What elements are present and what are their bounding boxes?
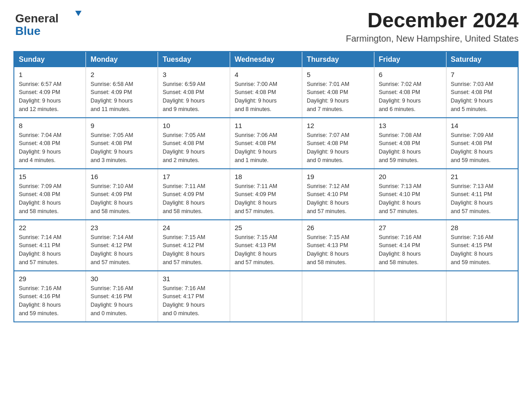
day-cell-11: 11Sunrise: 7:06 AM Sunset: 4:08 PM Dayli… — [230, 118, 302, 169]
day-info: Sunrise: 7:15 AM Sunset: 4:13 PM Dayligh… — [235, 233, 297, 267]
day-info: Sunrise: 7:01 AM Sunset: 4:08 PM Dayligh… — [307, 80, 369, 114]
day-cell-22: 22Sunrise: 7:14 AM Sunset: 4:11 PM Dayli… — [14, 220, 86, 271]
day-info: Sunrise: 7:16 AM Sunset: 4:16 PM Dayligh… — [90, 284, 153, 318]
day-number: 26 — [307, 224, 369, 231]
day-cell-20: 20Sunrise: 7:13 AM Sunset: 4:10 PM Dayli… — [374, 169, 446, 220]
logo: General Blue — [13, 9, 85, 38]
month-title: December 2024 — [346, 9, 519, 32]
day-number: 27 — [379, 224, 442, 231]
day-info: Sunrise: 7:16 AM Sunset: 4:17 PM Dayligh… — [163, 284, 225, 318]
title-area: December 2024 Farmington, New Hampshire,… — [346, 9, 519, 44]
logo-svg: General Blue — [13, 9, 85, 38]
day-info: Sunrise: 7:16 AM Sunset: 4:16 PM Dayligh… — [19, 284, 81, 318]
day-cell-23: 23Sunrise: 7:14 AM Sunset: 4:12 PM Dayli… — [86, 220, 158, 271]
day-header-saturday: Saturday — [446, 51, 518, 67]
day-number: 10 — [163, 122, 225, 129]
day-number: 29 — [19, 275, 81, 283]
day-number: 24 — [163, 224, 225, 231]
day-cell-21: 21Sunrise: 7:13 AM Sunset: 4:11 PM Dayli… — [446, 169, 518, 220]
day-number: 25 — [235, 224, 297, 231]
empty-cell — [374, 271, 446, 322]
day-number: 9 — [90, 122, 153, 129]
day-number: 19 — [307, 173, 369, 180]
day-info: Sunrise: 7:14 AM Sunset: 4:12 PM Dayligh… — [90, 233, 153, 267]
day-cell-29: 29Sunrise: 7:16 AM Sunset: 4:16 PM Dayli… — [14, 271, 86, 322]
day-info: Sunrise: 7:13 AM Sunset: 4:10 PM Dayligh… — [379, 182, 442, 216]
day-info: Sunrise: 7:14 AM Sunset: 4:11 PM Dayligh… — [19, 233, 81, 267]
day-info: Sunrise: 7:06 AM Sunset: 4:08 PM Dayligh… — [235, 131, 297, 165]
day-number: 1 — [19, 71, 81, 78]
day-cell-25: 25Sunrise: 7:15 AM Sunset: 4:13 PM Dayli… — [230, 220, 302, 271]
day-header-friday: Friday — [374, 51, 446, 67]
day-number: 11 — [235, 122, 297, 129]
day-cell-30: 30Sunrise: 7:16 AM Sunset: 4:16 PM Dayli… — [86, 271, 158, 322]
day-cell-24: 24Sunrise: 7:15 AM Sunset: 4:12 PM Dayli… — [158, 220, 230, 271]
day-number: 16 — [90, 173, 153, 180]
day-cell-13: 13Sunrise: 7:08 AM Sunset: 4:08 PM Dayli… — [374, 118, 446, 169]
day-number: 5 — [307, 71, 369, 78]
day-header-monday: Monday — [86, 51, 158, 67]
day-cell-27: 27Sunrise: 7:16 AM Sunset: 4:14 PM Dayli… — [374, 220, 446, 271]
day-number: 30 — [90, 275, 153, 283]
day-cell-12: 12Sunrise: 7:07 AM Sunset: 4:08 PM Dayli… — [302, 118, 374, 169]
day-cell-31: 31Sunrise: 7:16 AM Sunset: 4:17 PM Dayli… — [158, 271, 230, 322]
day-cell-16: 16Sunrise: 7:10 AM Sunset: 4:09 PM Dayli… — [86, 169, 158, 220]
day-cell-18: 18Sunrise: 7:11 AM Sunset: 4:09 PM Dayli… — [230, 169, 302, 220]
day-number: 21 — [451, 173, 513, 180]
svg-marker-1 — [75, 11, 82, 16]
day-header-tuesday: Tuesday — [158, 51, 230, 67]
day-number: 17 — [163, 173, 225, 180]
day-number: 20 — [379, 173, 442, 180]
day-info: Sunrise: 6:58 AM Sunset: 4:09 PM Dayligh… — [90, 80, 153, 114]
day-info: Sunrise: 7:15 AM Sunset: 4:12 PM Dayligh… — [163, 233, 225, 267]
calendar-table: SundayMondayTuesdayWednesdayThursdayFrid… — [13, 51, 519, 322]
location-subtitle: Farmington, New Hampshire, United States — [346, 34, 519, 44]
day-info: Sunrise: 7:10 AM Sunset: 4:09 PM Dayligh… — [90, 182, 153, 216]
svg-text:Blue: Blue — [15, 24, 40, 38]
day-info: Sunrise: 7:03 AM Sunset: 4:08 PM Dayligh… — [451, 80, 513, 114]
day-info: Sunrise: 7:04 AM Sunset: 4:08 PM Dayligh… — [19, 131, 81, 165]
day-cell-3: 3Sunrise: 6:59 AM Sunset: 4:08 PM Daylig… — [158, 67, 230, 118]
day-cell-9: 9Sunrise: 7:05 AM Sunset: 4:08 PM Daylig… — [86, 118, 158, 169]
week-row-3: 15Sunrise: 7:09 AM Sunset: 4:08 PM Dayli… — [14, 169, 518, 220]
day-info: Sunrise: 7:11 AM Sunset: 4:09 PM Dayligh… — [163, 182, 225, 216]
day-header-wednesday: Wednesday — [230, 51, 302, 67]
day-number: 23 — [90, 224, 153, 231]
empty-cell — [446, 271, 518, 322]
day-cell-19: 19Sunrise: 7:12 AM Sunset: 4:10 PM Dayli… — [302, 169, 374, 220]
week-row-4: 22Sunrise: 7:14 AM Sunset: 4:11 PM Dayli… — [14, 220, 518, 271]
day-cell-2: 2Sunrise: 6:58 AM Sunset: 4:09 PM Daylig… — [86, 67, 158, 118]
day-number: 12 — [307, 122, 369, 129]
day-info: Sunrise: 7:16 AM Sunset: 4:15 PM Dayligh… — [451, 233, 513, 267]
day-number: 13 — [379, 122, 442, 129]
day-info: Sunrise: 6:57 AM Sunset: 4:09 PM Dayligh… — [19, 80, 81, 114]
day-info: Sunrise: 7:12 AM Sunset: 4:10 PM Dayligh… — [307, 182, 369, 216]
day-info: Sunrise: 7:15 AM Sunset: 4:13 PM Dayligh… — [307, 233, 369, 267]
week-row-5: 29Sunrise: 7:16 AM Sunset: 4:16 PM Dayli… — [14, 271, 518, 322]
day-info: Sunrise: 7:05 AM Sunset: 4:08 PM Dayligh… — [90, 131, 153, 165]
day-number: 6 — [379, 71, 442, 78]
day-info: Sunrise: 6:59 AM Sunset: 4:08 PM Dayligh… — [163, 80, 225, 114]
day-info: Sunrise: 7:08 AM Sunset: 4:08 PM Dayligh… — [379, 131, 442, 165]
day-info: Sunrise: 7:09 AM Sunset: 4:08 PM Dayligh… — [19, 182, 81, 216]
day-info: Sunrise: 7:13 AM Sunset: 4:11 PM Dayligh… — [451, 182, 513, 216]
day-number: 7 — [451, 71, 513, 78]
day-cell-14: 14Sunrise: 7:09 AM Sunset: 4:08 PM Dayli… — [446, 118, 518, 169]
days-header-row: SundayMondayTuesdayWednesdayThursdayFrid… — [14, 51, 518, 67]
day-info: Sunrise: 7:11 AM Sunset: 4:09 PM Dayligh… — [235, 182, 297, 216]
day-info: Sunrise: 7:16 AM Sunset: 4:14 PM Dayligh… — [379, 233, 442, 267]
day-number: 3 — [163, 71, 225, 78]
day-cell-28: 28Sunrise: 7:16 AM Sunset: 4:15 PM Dayli… — [446, 220, 518, 271]
day-cell-26: 26Sunrise: 7:15 AM Sunset: 4:13 PM Dayli… — [302, 220, 374, 271]
day-info: Sunrise: 7:07 AM Sunset: 4:08 PM Dayligh… — [307, 131, 369, 165]
day-cell-15: 15Sunrise: 7:09 AM Sunset: 4:08 PM Dayli… — [14, 169, 86, 220]
day-cell-1: 1Sunrise: 6:57 AM Sunset: 4:09 PM Daylig… — [14, 67, 86, 118]
week-row-2: 8Sunrise: 7:04 AM Sunset: 4:08 PM Daylig… — [14, 118, 518, 169]
header: General Blue December 2024 Farmington, N… — [13, 9, 519, 44]
empty-cell — [302, 271, 374, 322]
day-cell-6: 6Sunrise: 7:02 AM Sunset: 4:08 PM Daylig… — [374, 67, 446, 118]
week-row-1: 1Sunrise: 6:57 AM Sunset: 4:09 PM Daylig… — [14, 67, 518, 118]
day-info: Sunrise: 7:02 AM Sunset: 4:08 PM Dayligh… — [379, 80, 442, 114]
day-number: 22 — [19, 224, 81, 231]
day-number: 14 — [451, 122, 513, 129]
